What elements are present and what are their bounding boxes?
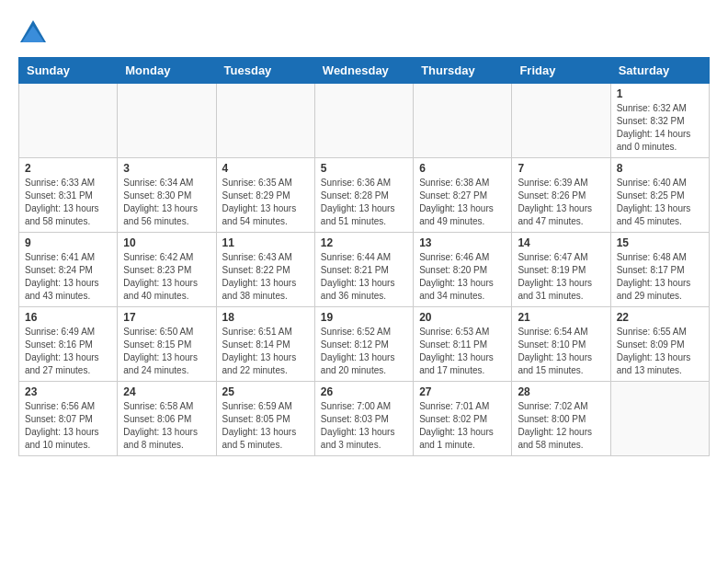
day-number: 5 (321, 162, 407, 175)
calendar-day-cell: 21Sunrise: 6:54 AM Sunset: 8:10 PM Dayli… (512, 307, 610, 382)
calendar-week-row: 9Sunrise: 6:41 AM Sunset: 8:24 PM Daylig… (19, 233, 710, 307)
day-info: Sunrise: 6:38 AM Sunset: 8:27 PM Dayligh… (419, 177, 506, 228)
calendar-day-cell: 20Sunrise: 6:53 AM Sunset: 8:11 PM Dayli… (414, 307, 512, 382)
day-info: Sunrise: 6:39 AM Sunset: 8:26 PM Dayligh… (518, 177, 604, 228)
calendar-header-saturday: Saturday (610, 58, 709, 84)
calendar-header-monday: Monday (118, 58, 216, 84)
header (18, 18, 710, 48)
calendar-day-cell (19, 84, 118, 158)
day-number: 26 (321, 385, 407, 398)
calendar-day-cell: 15Sunrise: 6:48 AM Sunset: 8:17 PM Dayli… (610, 233, 709, 307)
calendar-day-cell: 3Sunrise: 6:34 AM Sunset: 8:30 PM Daylig… (118, 158, 216, 233)
calendar-day-cell: 1Sunrise: 6:32 AM Sunset: 8:32 PM Daylig… (610, 84, 709, 158)
day-info: Sunrise: 6:51 AM Sunset: 8:14 PM Dayligh… (222, 326, 309, 377)
day-number: 13 (419, 236, 506, 249)
calendar-day-cell: 24Sunrise: 6:58 AM Sunset: 8:06 PM Dayli… (118, 382, 216, 456)
calendar-day-cell: 27Sunrise: 7:01 AM Sunset: 8:02 PM Dayli… (414, 382, 512, 456)
day-info: Sunrise: 6:49 AM Sunset: 8:16 PM Dayligh… (25, 326, 111, 377)
day-info: Sunrise: 7:01 AM Sunset: 8:02 PM Dayligh… (419, 400, 506, 452)
day-info: Sunrise: 6:56 AM Sunset: 8:07 PM Dayligh… (25, 400, 111, 452)
calendar-header-friday: Friday (512, 58, 610, 84)
calendar-day-cell: 9Sunrise: 6:41 AM Sunset: 8:24 PM Daylig… (19, 233, 118, 307)
calendar-day-cell: 17Sunrise: 6:50 AM Sunset: 8:15 PM Dayli… (118, 307, 216, 382)
day-info: Sunrise: 6:42 AM Sunset: 8:23 PM Dayligh… (123, 251, 210, 303)
calendar-day-cell (216, 84, 314, 158)
day-info: Sunrise: 6:59 AM Sunset: 8:05 PM Dayligh… (222, 400, 309, 452)
logo-icon (18, 18, 48, 48)
day-number: 25 (222, 385, 309, 398)
day-info: Sunrise: 6:34 AM Sunset: 8:30 PM Dayligh… (123, 177, 210, 228)
calendar-day-cell: 28Sunrise: 7:02 AM Sunset: 8:00 PM Dayli… (512, 382, 610, 456)
calendar-day-cell: 18Sunrise: 6:51 AM Sunset: 8:14 PM Dayli… (216, 307, 314, 382)
day-info: Sunrise: 6:44 AM Sunset: 8:21 PM Dayligh… (321, 251, 407, 303)
calendar-day-cell (314, 84, 413, 158)
day-info: Sunrise: 6:53 AM Sunset: 8:11 PM Dayligh… (419, 326, 506, 377)
day-info: Sunrise: 6:32 AM Sunset: 8:32 PM Dayligh… (617, 102, 703, 154)
logo (18, 18, 51, 48)
calendar-day-cell (610, 382, 709, 456)
day-info: Sunrise: 6:50 AM Sunset: 8:15 PM Dayligh… (123, 326, 210, 377)
day-info: Sunrise: 6:54 AM Sunset: 8:10 PM Dayligh… (518, 326, 604, 377)
day-number: 16 (25, 311, 111, 324)
day-info: Sunrise: 6:46 AM Sunset: 8:20 PM Dayligh… (419, 251, 506, 303)
day-number: 17 (123, 311, 210, 324)
day-info: Sunrise: 6:43 AM Sunset: 8:22 PM Dayligh… (222, 251, 309, 303)
calendar-day-cell: 7Sunrise: 6:39 AM Sunset: 8:26 PM Daylig… (512, 158, 610, 233)
day-number: 15 (617, 236, 703, 249)
day-number: 9 (25, 236, 111, 249)
day-number: 22 (617, 311, 703, 324)
day-number: 7 (518, 162, 604, 175)
calendar-header-row: SundayMondayTuesdayWednesdayThursdayFrid… (19, 58, 710, 84)
calendar-week-row: 1Sunrise: 6:32 AM Sunset: 8:32 PM Daylig… (19, 84, 710, 158)
day-number: 21 (518, 311, 604, 324)
day-number: 19 (321, 311, 407, 324)
calendar-day-cell: 10Sunrise: 6:42 AM Sunset: 8:23 PM Dayli… (118, 233, 216, 307)
day-number: 1 (617, 87, 703, 100)
day-info: Sunrise: 6:48 AM Sunset: 8:17 PM Dayligh… (617, 251, 703, 303)
day-info: Sunrise: 7:00 AM Sunset: 8:03 PM Dayligh… (321, 400, 407, 452)
calendar-day-cell (414, 84, 512, 158)
calendar-day-cell: 19Sunrise: 6:52 AM Sunset: 8:12 PM Dayli… (314, 307, 413, 382)
calendar-header-wednesday: Wednesday (314, 58, 413, 84)
calendar-day-cell: 8Sunrise: 6:40 AM Sunset: 8:25 PM Daylig… (610, 158, 709, 233)
day-info: Sunrise: 7:02 AM Sunset: 8:00 PM Dayligh… (518, 400, 604, 452)
calendar-header-sunday: Sunday (19, 58, 118, 84)
day-info: Sunrise: 6:40 AM Sunset: 8:25 PM Dayligh… (617, 177, 703, 228)
calendar-week-row: 16Sunrise: 6:49 AM Sunset: 8:16 PM Dayli… (19, 307, 710, 382)
day-number: 3 (123, 162, 210, 175)
calendar-day-cell: 5Sunrise: 6:36 AM Sunset: 8:28 PM Daylig… (314, 158, 413, 233)
calendar-day-cell: 13Sunrise: 6:46 AM Sunset: 8:20 PM Dayli… (414, 233, 512, 307)
day-number: 24 (123, 385, 210, 398)
calendar-day-cell: 25Sunrise: 6:59 AM Sunset: 8:05 PM Dayli… (216, 382, 314, 456)
day-number: 6 (419, 162, 506, 175)
day-number: 11 (222, 236, 309, 249)
calendar-week-row: 2Sunrise: 6:33 AM Sunset: 8:31 PM Daylig… (19, 158, 710, 233)
calendar-header-tuesday: Tuesday (216, 58, 314, 84)
day-info: Sunrise: 6:36 AM Sunset: 8:28 PM Dayligh… (321, 177, 407, 228)
day-number: 2 (25, 162, 111, 175)
calendar-day-cell (512, 84, 610, 158)
calendar-day-cell: 11Sunrise: 6:43 AM Sunset: 8:22 PM Dayli… (216, 233, 314, 307)
day-info: Sunrise: 6:52 AM Sunset: 8:12 PM Dayligh… (321, 326, 407, 377)
calendar-table: SundayMondayTuesdayWednesdayThursdayFrid… (18, 57, 710, 456)
day-info: Sunrise: 6:41 AM Sunset: 8:24 PM Dayligh… (25, 251, 111, 303)
calendar-day-cell: 26Sunrise: 7:00 AM Sunset: 8:03 PM Dayli… (314, 382, 413, 456)
day-number: 14 (518, 236, 604, 249)
day-info: Sunrise: 6:33 AM Sunset: 8:31 PM Dayligh… (25, 177, 111, 228)
day-info: Sunrise: 6:55 AM Sunset: 8:09 PM Dayligh… (617, 326, 703, 377)
day-number: 23 (25, 385, 111, 398)
calendar-day-cell: 12Sunrise: 6:44 AM Sunset: 8:21 PM Dayli… (314, 233, 413, 307)
day-number: 28 (518, 385, 604, 398)
calendar-day-cell: 14Sunrise: 6:47 AM Sunset: 8:19 PM Dayli… (512, 233, 610, 307)
calendar-day-cell: 4Sunrise: 6:35 AM Sunset: 8:29 PM Daylig… (216, 158, 314, 233)
day-number: 12 (321, 236, 407, 249)
day-number: 27 (419, 385, 506, 398)
calendar-header-thursday: Thursday (414, 58, 512, 84)
day-number: 20 (419, 311, 506, 324)
calendar-day-cell: 23Sunrise: 6:56 AM Sunset: 8:07 PM Dayli… (19, 382, 118, 456)
calendar-day-cell (118, 84, 216, 158)
day-info: Sunrise: 6:35 AM Sunset: 8:29 PM Dayligh… (222, 177, 309, 228)
day-number: 8 (617, 162, 703, 175)
calendar-day-cell: 22Sunrise: 6:55 AM Sunset: 8:09 PM Dayli… (610, 307, 709, 382)
calendar-day-cell: 16Sunrise: 6:49 AM Sunset: 8:16 PM Dayli… (19, 307, 118, 382)
